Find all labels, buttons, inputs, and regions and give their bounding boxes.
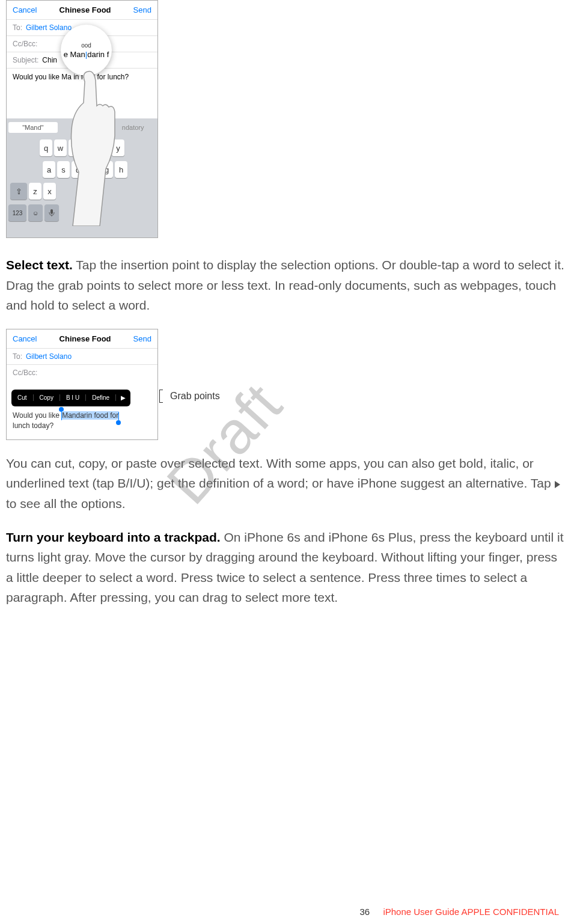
subject-value: Chin [42, 56, 57, 64]
to-label: To: [13, 23, 22, 32]
kb-shift: ⇧ [10, 183, 27, 200]
paragraph-cut-copy-paste: You can cut, copy, or paste over selecte… [6, 453, 565, 514]
kb-mic-icon [44, 204, 59, 221]
paragraph-select-text: Select text. Tap the insertion point to … [6, 255, 565, 316]
callout-bracket [159, 390, 163, 403]
screenshot-mail-magnifier: Cancel Chinese Food Send To: Gilbert Sol… [6, 0, 158, 238]
kb-key: x [43, 183, 56, 200]
kb-key: a [43, 161, 55, 178]
popup-more-icon: ▶ [116, 394, 130, 401]
kb-123: 123 [8, 204, 26, 221]
callout-grab-points: Grab points [170, 391, 220, 402]
page-footer: 36 iPhone User Guide APPLE CONFIDENTIAL [360, 907, 559, 917]
kb-key: q [40, 139, 52, 156]
nav-cancel: Cancel [13, 5, 37, 14]
kb-emoji-icon: ☺ [28, 204, 43, 221]
nav-cancel: Cancel [13, 334, 37, 343]
screenshot-text-selection: Cancel Chinese Food Send To: Gilbert Sol… [6, 329, 158, 440]
triangle-icon [555, 481, 560, 488]
kb-key: z [29, 183, 41, 200]
popup-define: Define [86, 394, 116, 401]
to-value: Gilbert Solano [26, 23, 72, 32]
popup-cut: Cut [11, 394, 34, 401]
svg-rect-0 [50, 209, 53, 214]
to-value: Gilbert Solano [26, 352, 72, 361]
nav-title: Chinese Food [60, 334, 111, 343]
nav-title: Chinese Food [60, 5, 111, 14]
cc-label: Cc/Bcc: [13, 40, 37, 48]
paragraph-keyboard-trackpad: Turn your keyboard into a trackpad. On i… [6, 527, 565, 608]
nav-send: Send [133, 334, 151, 343]
footer-confidential: iPhone User Guide APPLE CONFIDENTIAL [383, 907, 559, 917]
cc-label: Cc/Bcc: [13, 369, 37, 377]
mail-body-selected: Would you like Mandarin food for lunch t… [13, 411, 119, 431]
popup-biu: B I U [60, 394, 86, 401]
nav-send: Send [133, 5, 151, 14]
footer-page-number: 36 [360, 907, 370, 917]
subject-label: Subject: [13, 56, 38, 64]
kb-key: w [54, 139, 67, 156]
suggest-item: "Mand" [8, 122, 58, 133]
text-selection-popup: Cut Copy B I U Define ▶ [11, 390, 130, 406]
hand-pointer-icon [67, 70, 133, 228]
to-label: To: [13, 352, 22, 361]
text-magnifier: ood e Man|darin f [61, 25, 112, 76]
popup-copy: Copy [34, 394, 60, 401]
